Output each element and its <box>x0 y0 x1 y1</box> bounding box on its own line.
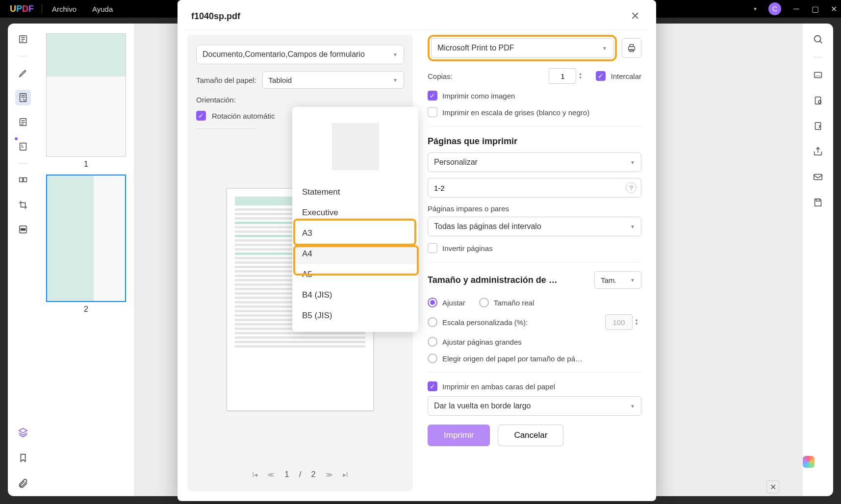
next-page-icon[interactable]: ≫ <box>326 471 333 479</box>
bottom-left-toolbar <box>8 425 38 491</box>
duplex-checkbox[interactable]: ✓ <box>428 381 437 391</box>
dialog-close-icon[interactable]: ✕ <box>628 10 642 23</box>
print-as-image-checkbox[interactable]: ✓ <box>428 91 437 101</box>
paper-option-a4[interactable]: A4 <box>292 244 418 264</box>
grayscale-checkbox[interactable] <box>428 107 437 117</box>
redact-icon[interactable] <box>15 222 31 237</box>
content-type-select[interactable]: Documento,Comentario,Campos de formulari… <box>196 45 404 64</box>
color-tool-icon[interactable] <box>803 456 815 468</box>
paper-option-executive[interactable]: Executive <box>292 202 418 223</box>
paper-option-statement[interactable]: Statement <box>292 182 418 202</box>
size-mode-select[interactable]: Tam.▼ <box>594 271 641 289</box>
close-tab-icon[interactable]: ✕ <box>766 480 779 493</box>
choose-source-radio[interactable] <box>428 353 437 363</box>
reverse-pages-checkbox[interactable] <box>428 243 437 253</box>
search-icon[interactable] <box>810 31 826 47</box>
page-range-input[interactable] <box>428 178 641 198</box>
paper-option-b5[interactable]: B5 (JIS) <box>292 305 418 326</box>
crop-icon[interactable] <box>15 197 31 213</box>
paper-option-b4[interactable]: B4 (JIS) <box>292 285 418 305</box>
chevron-down-icon: ▼ <box>602 46 607 51</box>
svg-rect-4 <box>20 178 23 182</box>
custom-scale-label: Escala personalizada (%): <box>442 318 528 327</box>
fit-label: Ajustar <box>442 299 465 307</box>
svg-rect-14 <box>816 199 819 202</box>
current-page: 1 <box>284 470 289 479</box>
chevron-down-icon: ▼ <box>630 160 635 165</box>
prev-page-icon[interactable]: ≪ <box>267 471 275 479</box>
reverse-pages-label: Invertir páginas <box>442 244 493 252</box>
svg-rect-16 <box>630 45 633 47</box>
paper-option-a5[interactable]: A5 <box>292 264 418 285</box>
odd-even-select[interactable]: Todas las páginas del intervalo▼ <box>428 217 641 236</box>
form-icon[interactable] <box>15 139 31 154</box>
save-icon[interactable] <box>810 195 826 210</box>
chevron-down-icon: ▼ <box>630 277 635 283</box>
printer-select[interactable]: Microsoft Print to PDF▼ <box>431 38 613 58</box>
chevron-down-icon: ▼ <box>630 224 635 229</box>
custom-scale-radio[interactable] <box>428 317 437 327</box>
share-icon[interactable] <box>810 144 826 159</box>
print-as-image-label: Imprimir como imagen <box>442 92 515 100</box>
svg-rect-15 <box>629 47 635 50</box>
minimize-icon[interactable]: ─ <box>793 5 800 12</box>
cancel-button[interactable]: Cancelar <box>498 425 563 446</box>
auto-rotate-checkbox[interactable]: ✓ <box>196 111 206 121</box>
ocr-icon[interactable] <box>810 67 826 83</box>
paper-preview-placeholder <box>292 111 418 182</box>
indicator-dot <box>15 137 18 140</box>
reader-icon[interactable] <box>15 31 31 47</box>
svg-rect-7 <box>21 228 25 230</box>
layers-icon[interactable] <box>15 425 31 440</box>
email-icon[interactable] <box>810 169 826 185</box>
settings-panel: Microsoft Print to PDF▼ Copias: ▲▼ ✓ Int… <box>423 35 646 491</box>
collate-checkbox[interactable]: ✓ <box>596 71 606 81</box>
paper-option-a3[interactable]: A3 <box>292 223 418 244</box>
copies-input[interactable] <box>549 68 576 84</box>
decrement-icon[interactable]: ▼ <box>578 76 585 80</box>
watermark-icon[interactable] <box>810 93 826 108</box>
auto-rotate-label: Rotación automátic <box>212 112 275 120</box>
menu-file[interactable]: Archivo <box>44 5 84 13</box>
page-icon[interactable] <box>15 114 31 130</box>
svg-rect-3 <box>20 143 26 151</box>
pages-section-title: Páginas que imprimir <box>428 136 641 147</box>
maximize-icon[interactable]: ▢ <box>812 5 818 12</box>
page-number-label: 1 <box>46 160 126 169</box>
page-range-mode-select[interactable]: Personalizar▼ <box>428 152 641 172</box>
printer-properties-icon[interactable] <box>622 38 641 58</box>
chevron-down-icon[interactable]: ▾ <box>754 5 757 12</box>
organize-icon[interactable] <box>15 173 31 188</box>
actual-size-radio[interactable] <box>479 298 489 307</box>
help-icon[interactable]: ? <box>626 182 637 193</box>
last-page-icon[interactable]: ▸I <box>343 471 348 479</box>
edit-doc-icon[interactable] <box>15 90 31 105</box>
right-toolbar <box>803 24 833 496</box>
print-button[interactable]: Imprimir <box>428 425 490 446</box>
app-logo: UPDF <box>4 4 40 14</box>
total-pages: 2 <box>311 470 315 479</box>
grayscale-label: Imprimir en escala de grises (blanco y n… <box>442 108 589 117</box>
fit-large-label: Ajustar páginas grandes <box>442 338 522 346</box>
avatar[interactable]: C <box>768 2 781 15</box>
flip-select[interactable]: Dar la vuelta en borde largo▼ <box>428 396 641 416</box>
duplex-label: Imprimir en ambas caras del papel <box>442 382 555 391</box>
paper-size-dropdown: Statement Executive A3 A4 A5 B4 (JIS) B5… <box>292 107 418 332</box>
thumbnail-page-1[interactable] <box>46 33 126 157</box>
preview-pager: I◂ ≪ 1 / 2 ≫ ▸I <box>196 461 404 481</box>
first-page-icon[interactable]: I◂ <box>252 471 257 479</box>
export-icon[interactable] <box>810 118 826 134</box>
chevron-down-icon: ▼ <box>393 77 398 83</box>
bookmark-icon[interactable] <box>15 450 31 466</box>
highlighter-icon[interactable] <box>15 65 31 81</box>
paper-size-select[interactable]: Tabloid▼ <box>262 71 404 89</box>
thumbnails-panel: 1 2 <box>38 24 134 496</box>
thumbnail-page-2[interactable] <box>46 175 126 302</box>
size-section-title: Tamaño y administración de … <box>428 275 558 285</box>
fit-large-radio[interactable] <box>428 337 437 347</box>
fit-radio[interactable] <box>428 298 437 307</box>
choose-source-label: Elegir origen del papel por tamaño de pá… <box>442 354 583 363</box>
menu-help[interactable]: Ayuda <box>84 5 121 13</box>
close-icon[interactable]: ✕ <box>830 5 837 12</box>
attachment-icon[interactable] <box>15 476 31 491</box>
